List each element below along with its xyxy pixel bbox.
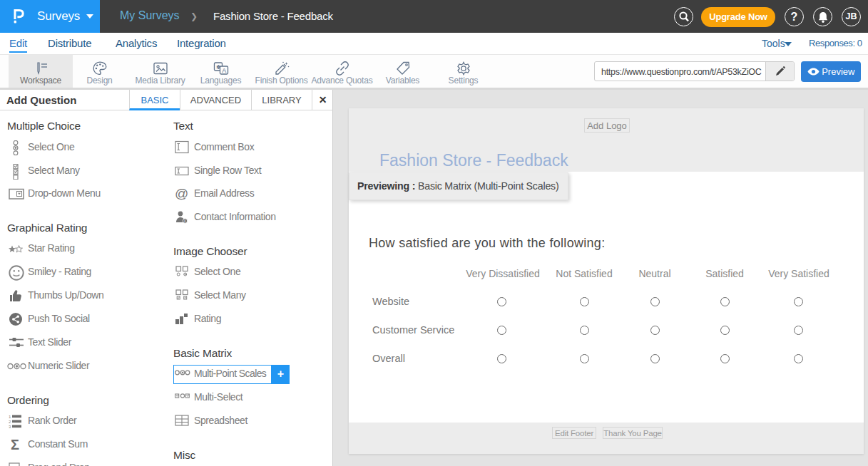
svg-text:Σ: Σ [11,437,19,452]
svg-text:3: 3 [9,425,11,428]
svg-text:i: i [185,219,185,223]
svg-text:2: 2 [9,420,11,424]
svg-text:@: @ [175,187,188,201]
svg-text:A: A [222,67,226,74]
svg-text:1: 1 [9,415,11,419]
